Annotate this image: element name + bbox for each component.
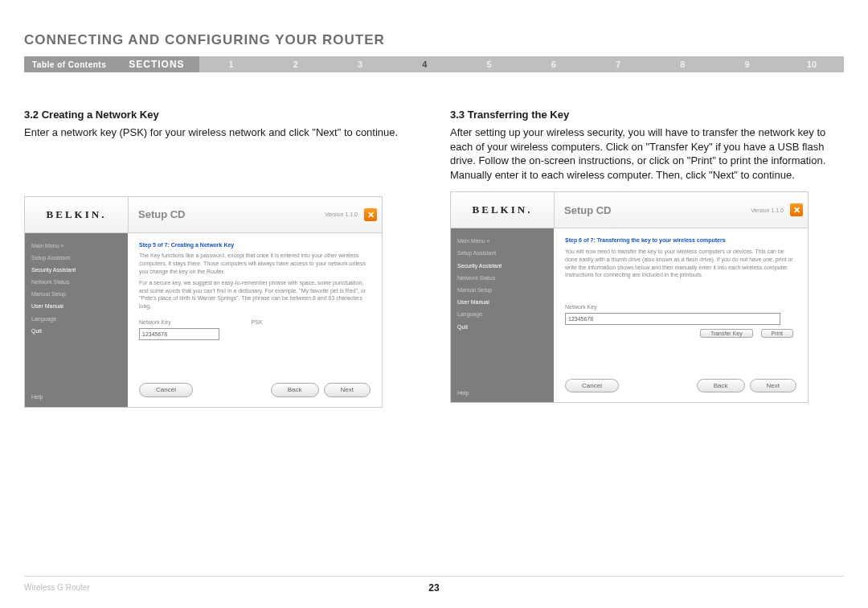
network-key-label: Network Key (565, 303, 796, 311)
page-footer: Wireless G Router 23 (24, 576, 844, 592)
nav-8[interactable]: 8 (650, 56, 714, 72)
nav-10[interactable]: 10 (780, 56, 844, 72)
nav-2[interactable]: 2 (264, 56, 328, 72)
network-key-input[interactable]: 12345678 (565, 313, 780, 325)
right-heading: 3.3 Transferring the Key (450, 109, 844, 121)
nav-1[interactable]: 1 (199, 56, 264, 72)
sidebar-manual-setup[interactable]: Manual Setup (457, 284, 547, 296)
back-button[interactable]: Back (697, 379, 745, 392)
app-version: Version 1.1.0 (751, 207, 784, 213)
right-column: 3.3 Transferring the Key After setting u… (450, 109, 844, 408)
next-button[interactable]: Next (324, 383, 371, 396)
step-title: Step 6 of 7: Transferring the key to you… (565, 236, 796, 244)
section-nav: Table of Contents SECTIONS 1 2 3 4 5 6 7… (24, 56, 844, 72)
sidebar-manual-setup[interactable]: Manual Setup (31, 288, 121, 300)
app-title: Setup CD (138, 208, 186, 220)
sidebar-language[interactable]: Language (31, 313, 121, 325)
transfer-key-button[interactable]: Transfer Key (700, 329, 753, 338)
footer-product: Wireless G Router (24, 583, 90, 592)
nav-9[interactable]: 9 (715, 56, 780, 72)
sidebar-main[interactable]: Main Menu » (457, 235, 547, 247)
sidebar-quit[interactable]: Quit (457, 321, 547, 333)
left-body: Enter a network key (PSK) for your wirel… (24, 125, 418, 140)
print-button[interactable]: Print (761, 329, 793, 338)
cancel-button[interactable]: Cancel (565, 379, 619, 392)
nav-sections-label: SECTIONS (114, 56, 199, 72)
sidebar: Main Menu » Setup Assistant Security Ass… (451, 228, 554, 402)
sidebar-security-assistant[interactable]: Security Assistant (31, 264, 121, 276)
sidebar-quit[interactable]: Quit (31, 325, 121, 337)
next-button[interactable]: Next (750, 379, 796, 392)
step-text-1: You will now need to transfer the key to… (565, 248, 796, 279)
nav-7[interactable]: 7 (586, 56, 650, 72)
nav-toc[interactable]: Table of Contents (24, 56, 114, 72)
step-title: Step 5 of 7: Creating a Network Key (139, 241, 371, 249)
network-key-label: Network Key (139, 318, 171, 327)
page-title: CONNECTING AND CONFIGURING YOUR ROUTER (24, 32, 844, 48)
step-text-1: The Key functions like a password, excep… (139, 252, 371, 275)
left-column: 3.2 Creating a Network Key Enter a netwo… (24, 109, 418, 408)
app-title: Setup CD (564, 204, 612, 216)
sidebar-network-status[interactable]: Network Status (457, 272, 547, 284)
right-body: After setting up your wireless security,… (450, 125, 844, 182)
step-text-2: For a secure key, we suggest an easy-to-… (139, 279, 371, 310)
nav-5[interactable]: 5 (457, 56, 522, 72)
brand-logo: BELKIN. (25, 197, 129, 232)
sidebar-user-manual[interactable]: User Manual (31, 300, 121, 312)
app-version: Version 1.1.0 (325, 212, 358, 217)
sidebar-language[interactable]: Language (457, 308, 547, 320)
sidebar-help[interactable]: Help (31, 392, 43, 401)
sidebar: Main Menu » Setup Assistant Security Ass… (25, 233, 128, 407)
sidebar-network-status[interactable]: Network Status (31, 276, 121, 288)
page-number: 23 (428, 582, 439, 594)
back-button[interactable]: Back (271, 383, 319, 396)
close-icon[interactable]: ✕ (790, 203, 803, 216)
nav-4[interactable]: 4 (392, 56, 457, 72)
psk-label: PSK (252, 318, 263, 327)
sidebar-security-assistant[interactable]: Security Assistant (457, 260, 547, 272)
left-heading: 3.2 Creating a Network Key (24, 109, 418, 121)
nav-6[interactable]: 6 (522, 56, 586, 72)
sidebar-help[interactable]: Help (457, 388, 469, 397)
cancel-button[interactable]: Cancel (139, 383, 193, 396)
sidebar-main[interactable]: Main Menu » (31, 240, 121, 252)
brand-logo: BELKIN. (451, 192, 555, 228)
sidebar-setup-assistant[interactable]: Setup Assistant (457, 247, 547, 259)
network-key-input[interactable]: 12345678 (139, 328, 219, 340)
close-icon[interactable]: ✕ (364, 208, 377, 221)
sidebar-user-manual[interactable]: User Manual (457, 296, 547, 308)
app-window-1: BELKIN. Setup CD Version 1.1.0 ✕ Main Me… (24, 196, 383, 408)
app-window-2: BELKIN. Setup CD Version 1.1.0 ✕ Main Me… (450, 191, 809, 403)
nav-3[interactable]: 3 (328, 56, 392, 72)
sidebar-setup-assistant[interactable]: Setup Assistant (31, 252, 121, 264)
